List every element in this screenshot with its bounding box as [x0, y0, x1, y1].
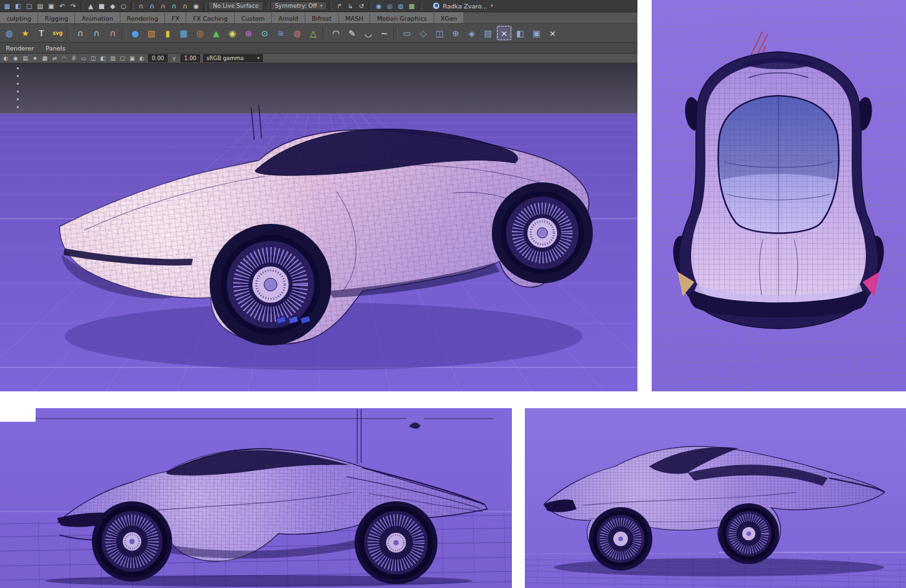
snap-projected-center-icon[interactable]: ∩ — [169, 1, 179, 11]
shelf-poly-cylinder-icon[interactable]: ▮ — [160, 25, 175, 41]
symmetry-dropdown[interactable]: Symmetry: Off ▾ — [271, 1, 327, 10]
save-scene-icon[interactable]: ▣ — [46, 1, 56, 11]
vp-lock-camera-icon[interactable]: ◉ — [11, 54, 20, 63]
lasso-select-icon[interactable]: ○ — [118, 1, 129, 11]
output-connections-icon[interactable]: ↳ — [345, 1, 355, 11]
shelf-poly-gear-icon[interactable]: ⊛ — [241, 25, 256, 41]
shelf-tab-fx-caching[interactable]: FX Caching — [186, 12, 234, 23]
view-transform-select[interactable]: sRGB gamma ▾ — [203, 54, 263, 62]
exposure-icon[interactable]: ◐ — [137, 54, 146, 63]
shelf-tab-fx[interactable]: FX — [165, 12, 186, 23]
shelf-tab-rendering[interactable]: Rendering — [120, 12, 166, 23]
render-current-frame-icon[interactable]: ◎ — [384, 1, 395, 11]
shelf-multicut-icon[interactable]: × — [496, 25, 512, 41]
select-component-icon[interactable]: ◆ — [107, 1, 118, 11]
vp-safe-title-icon[interactable]: ▣ — [127, 54, 137, 63]
shelf-poly-helix-icon[interactable]: ≋ — [273, 25, 289, 41]
shelf-poly-plane-icon[interactable]: ▦ — [176, 25, 192, 41]
gamma-icon[interactable]: γ — [170, 54, 179, 63]
perspective-viewport-canvas[interactable] — [0, 63, 637, 391]
shelf-ep-curve-icon[interactable]: ◠ — [328, 25, 344, 41]
shelf-poly-cube-icon[interactable]: ▧ — [144, 25, 159, 41]
selection-mode-icon[interactable]: ▦ — [2, 1, 12, 11]
shelf-type-tool-icon[interactable]: T — [34, 25, 49, 41]
shelf-tab-arnold[interactable]: Arnold — [272, 12, 305, 23]
snap-view-plane-icon[interactable]: ∩ — [180, 1, 190, 11]
shelf-poly-disc-icon[interactable]: ◉ — [225, 25, 240, 41]
shelf-tab-custom[interactable]: Custom — [235, 12, 272, 23]
shelf-pencil-curve-icon[interactable]: ✎ — [344, 25, 360, 41]
panels-menu[interactable]: Panels — [39, 43, 71, 54]
make-live-icon[interactable]: ◉ — [191, 1, 201, 11]
chevron-down-icon: ▾ — [491, 3, 493, 8]
shelf-magnet-curve-icon[interactable]: ∩ — [89, 25, 104, 41]
vp-bookmark-icon[interactable]: ★ — [30, 54, 39, 63]
shelf-sculpt-sphere-icon[interactable]: ◍ — [1, 25, 17, 41]
vp-safe-action-icon[interactable]: ▢ — [118, 54, 127, 63]
vp-2d-pan-zoom-icon[interactable]: ⇄ — [50, 54, 59, 63]
shelf-tab-bifrost[interactable]: Bifrost — [305, 12, 339, 23]
layout-icon[interactable]: ◧ — [13, 1, 23, 11]
shelf-extrude-icon[interactable]: ▭ — [399, 25, 415, 41]
shelf-poly-sphere-icon[interactable]: ● — [127, 25, 143, 41]
vp-resolution-gate-icon[interactable]: ◫ — [89, 54, 98, 63]
shelf-poly-soccer-icon[interactable]: ⊙ — [257, 25, 272, 41]
select-hierarchy-icon[interactable]: ▲ — [85, 1, 96, 11]
select-object-icon[interactable]: ■ — [96, 1, 107, 11]
renderer-menu[interactable]: Renderer — [0, 43, 39, 54]
shelf-poly-prism-icon[interactable]: △ — [305, 25, 321, 41]
input-connections-icon[interactable]: ↱ — [334, 1, 344, 11]
vp-image-plane-icon[interactable]: ▦ — [40, 54, 49, 63]
undo-icon[interactable]: ↶ — [57, 1, 67, 11]
shelf-poly-pipe-icon[interactable]: ◍ — [289, 25, 305, 41]
vp-grease-pencil-icon[interactable]: ◠ — [60, 54, 69, 63]
shelf-bridge-icon[interactable]: ◫ — [432, 25, 447, 41]
shelf-arc-curve-icon[interactable]: ◡ — [360, 25, 376, 41]
redo-icon[interactable]: ↷ — [68, 1, 78, 11]
account-menu[interactable]: Radka Zvaro... ▾ — [433, 1, 492, 11]
shelf-target-weld-icon[interactable]: ◧ — [513, 25, 528, 41]
open-scene-icon[interactable]: ▤ — [35, 1, 45, 11]
no-live-surface-button[interactable]: No Live Surface — [208, 1, 263, 10]
shelf-magnet-point-icon[interactable]: ∩ — [105, 25, 120, 41]
shelf-poly-torus-icon[interactable]: ◎ — [192, 25, 208, 41]
shelf-star-icon[interactable]: ★ — [17, 25, 33, 41]
vp-camera-attributes-icon[interactable]: ▤ — [21, 54, 30, 63]
shelf-bezier-curve-icon[interactable]: ~ — [377, 25, 392, 41]
rear-wheel[interactable] — [492, 182, 593, 283]
vp-select-camera-icon[interactable]: ◐ — [1, 54, 10, 63]
snap-curve-icon[interactable]: ∩ — [147, 1, 157, 11]
gamma-field[interactable]: 1.00 — [181, 54, 200, 62]
new-scene-icon[interactable]: ▢ — [24, 1, 34, 11]
snap-grid-icon[interactable]: ∩ — [136, 1, 146, 11]
vp-film-gate-icon[interactable]: ▭ — [79, 54, 88, 63]
shelf-smooth-icon[interactable]: ▤ — [480, 25, 496, 41]
vp-field-chart-icon[interactable]: ▥ — [108, 54, 117, 63]
shelf-tab-mash[interactable]: MASH — [339, 12, 371, 23]
shelf-svg-tool-icon[interactable]: svg — [50, 25, 65, 41]
shelf-magnet-grid-icon[interactable]: ∩ — [72, 25, 88, 41]
shelf-combine-icon[interactable]: ⊕ — [448, 25, 463, 41]
front-wheel[interactable] — [210, 224, 331, 345]
render-settings-icon[interactable]: ▩ — [406, 1, 417, 11]
shelf-tab-culpting[interactable]: culpting — [0, 12, 38, 23]
snap-point-icon[interactable]: ∩ — [158, 1, 168, 11]
shelf-delete-edge-icon[interactable]: × — [545, 25, 560, 41]
exposure-field[interactable]: 0.00 — [148, 54, 168, 62]
ipr-render-icon[interactable]: ◍ — [395, 1, 406, 11]
toolbar-separator — [419, 2, 422, 10]
shelf-separate-icon[interactable]: ◈ — [464, 25, 480, 41]
shelf-tab-animation[interactable]: Animation — [75, 12, 120, 23]
three-quarter-view-image — [525, 408, 906, 588]
open-render-view-icon[interactable]: ◉ — [373, 1, 384, 11]
vp-grid-icon[interactable]: # — [69, 54, 78, 63]
shelf-tab-xgen[interactable]: XGen — [434, 12, 465, 23]
construction-history-icon[interactable]: ↺ — [356, 1, 366, 11]
shelf-poly-cone-icon[interactable]: ▲ — [208, 25, 224, 41]
shelf-bevel-icon[interactable]: ◇ — [415, 25, 431, 41]
shelf-quad-draw-icon[interactable]: ▣ — [529, 25, 544, 41]
vp-gate-mask-icon[interactable]: ◧ — [98, 54, 107, 63]
perspective-viewport[interactable] — [0, 63, 637, 391]
shelf-tab-motion-graphics[interactable]: Motion Graphics — [370, 12, 434, 23]
shelf-tab-rigging[interactable]: Rigging — [38, 12, 75, 23]
